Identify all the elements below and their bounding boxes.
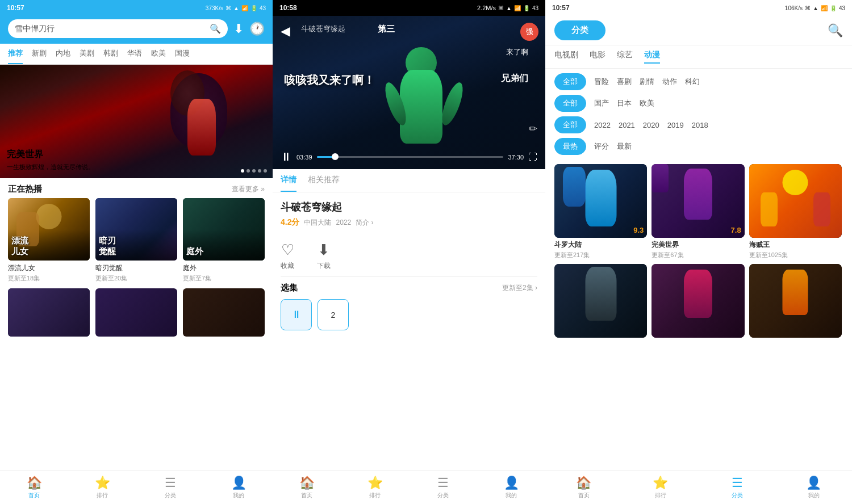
hot-card-3[interactable]: 庭外 庭外 更新至7集 [183,198,265,283]
nav-profile[interactable]: 👤 我的 [204,471,273,504]
search-icon-cat[interactable]: 🔍 [828,23,843,38]
filter-origin-japan[interactable]: 日本 [617,98,632,108]
tab-detail[interactable]: 详情 [281,169,296,192]
filter-sort-hot[interactable]: 最热 [554,138,586,155]
player-more-btn[interactable]: 简介 › [356,218,373,228]
video-fullscreen-button[interactable]: ⛶ [528,152,537,162]
tab-recommend[interactable]: 推荐 [8,48,23,64]
filter-genre-comedy[interactable]: 喜剧 [617,77,632,87]
card-thumb-5 [95,288,177,337]
cat-card-6[interactable] [749,264,842,341]
tab-new[interactable]: 新剧 [32,48,47,64]
nav-rank-p2[interactable]: ⭐ 排行 [341,471,409,504]
tab-mainland[interactable]: 内地 [56,48,70,64]
tab-chinese[interactable]: 华语 [127,48,142,64]
filter-year-all[interactable]: 全部 [554,116,586,133]
filter-genre-adventure[interactable]: 冒险 [594,77,609,87]
hot-card-6[interactable] [183,288,265,337]
hot-card-2[interactable]: 暗刃觉醒 暗刃觉醒 更新至20集 [95,198,177,283]
filter-genre-drama[interactable]: 剧情 [640,77,654,87]
home-header: 雪中悍刀行 🔍 ⬇ 🕐 [0,16,273,44]
cat-score-1: 9.3 [633,226,644,234]
home-icon-p3: 🏠 [576,476,591,490]
filter-genre-scifi[interactable]: 科幻 [685,77,700,87]
filter-origin-all[interactable]: 全部 [554,95,586,112]
cat-card-5[interactable] [651,264,744,341]
panel-player: 10:58 2.2M/s ⌘ ▲ 📶 🔋 43 ◀ 斗破苍穹缘起 第三 来了啊 … [273,0,545,504]
cat-card-3[interactable]: 海贼王 更新至1025集 [749,164,842,259]
cat-card-4[interactable] [554,264,647,341]
edit-icon[interactable]: ✏ [529,123,537,135]
status-time-player: 10:58 [279,4,297,12]
ep-btn-1[interactable]: ⏸ [281,299,312,330]
home-banner[interactable]: 完美世界 一生极致辉煌，造就无尽传说。 [0,65,273,178]
nav-category-p3[interactable]: ☰ 分类 [699,471,775,504]
filter-year-2018[interactable]: 2018 [692,121,708,129]
download-action[interactable]: ⬇ 下载 [317,241,331,271]
nav-category-p2[interactable]: ☰ 分类 [409,471,477,504]
banner-title: 完美世界 [7,149,94,161]
signal-icon: ▲ [233,5,239,11]
filter-year-2022[interactable]: 2022 [594,121,611,129]
filter-genre-action[interactable]: 动作 [662,77,677,87]
nav-profile-p3[interactable]: 👤 我的 [775,471,852,504]
card-sub-1: 更新至18集 [8,274,90,283]
player-info: 斗破苍穹缘起 4.2分 中国大陆 2022 简介 › [273,192,545,236]
filter-year-2020[interactable]: 2020 [643,121,659,129]
video-title-bar: 斗破苍穹缘起 [301,24,345,34]
banner-dots [241,169,267,173]
download-icon[interactable]: ⬇ [233,22,244,36]
category-header: 分类 🔍 [545,16,852,45]
category-active-btn[interactable]: 分类 [554,20,605,40]
video-progress-bar[interactable] [317,156,504,158]
filter-sort-new[interactable]: 最新 [617,141,632,152]
ep-more[interactable]: 更新至2集 › [502,283,537,293]
tab-anime[interactable]: 国漫 [175,48,190,64]
filter-sort-score[interactable]: 评分 [594,141,609,152]
filter-year-2021[interactable]: 2021 [619,121,635,129]
filter-row-sort: 最热 评分 最新 [554,138,843,155]
filter-origin-china[interactable]: 国产 [594,98,609,108]
nav-home-p2[interactable]: 🏠 首页 [273,471,341,504]
tab-variety[interactable]: 综艺 [617,50,633,64]
favorite-action[interactable]: ♡ 收藏 [281,241,294,271]
nav-rank[interactable]: ⭐ 排行 [68,471,136,504]
cat-card-1[interactable]: 9.3 斗罗大陆 更新至217集 [554,164,647,259]
filter-genre-all[interactable]: 全部 [554,73,586,90]
tab-movie[interactable]: 电影 [590,50,605,64]
search-bar[interactable]: 雪中悍刀行 🔍 [8,19,228,38]
ep-btn-2[interactable]: 2 [318,299,349,330]
profile-icon: 👤 [231,476,247,490]
filter-origin-us[interactable]: 欧美 [640,98,654,108]
nav-profile-p2[interactable]: 👤 我的 [477,471,545,504]
tab-eu[interactable]: 欧美 [151,48,166,64]
nav-home-label: 首页 [28,492,40,499]
hot-card-5[interactable] [95,288,177,337]
hot-card-4[interactable] [8,288,90,337]
tab-tv[interactable]: 电视剧 [554,50,578,64]
tab-dongman[interactable]: 动漫 [644,50,660,64]
tab-kr[interactable]: 韩剧 [103,48,118,64]
video-back-button[interactable]: ◀ [281,24,290,39]
cat-title-1: 斗罗大陆 [554,240,647,250]
player-bottom-nav: 🏠 首页 ⭐ 排行 ☰ 分类 👤 我的 [273,470,545,504]
nav-category[interactable]: ☰ 分类 [136,471,204,504]
tab-us[interactable]: 美剧 [80,48,94,64]
card-thumb-4 [8,288,90,337]
hot-card-1[interactable]: 漂流儿女 漂流儿女 更新至18集 [8,198,90,283]
hot-more[interactable]: 查看更多 » [232,184,265,194]
nav-home[interactable]: 🏠 首页 [0,471,68,504]
cat-card-2[interactable]: 7.8 完美世界 更新至67集 [651,164,744,259]
search-icon[interactable]: 🔍 [210,23,221,34]
nav-rank-p3[interactable]: ⭐ 排行 [622,471,699,504]
ep-grid: ⏸ 2 [281,299,537,330]
ep-num-2: 2 [331,310,336,320]
history-icon[interactable]: 🕐 [249,22,265,36]
video-player[interactable]: ◀ 斗破苍穹缘起 第三 来了啊 强 咳咳我又来了啊！ 兄弟们 ✏ ⏸ 03:39… [273,16,545,169]
video-pause-button[interactable]: ⏸ [281,150,292,163]
cat-thumb-6 [749,264,842,338]
nav-profile-label-p3: 我的 [808,492,820,499]
filter-year-2019[interactable]: 2019 [667,121,684,129]
nav-home-p3[interactable]: 🏠 首页 [545,471,622,504]
tab-related[interactable]: 相关推荐 [308,169,340,192]
